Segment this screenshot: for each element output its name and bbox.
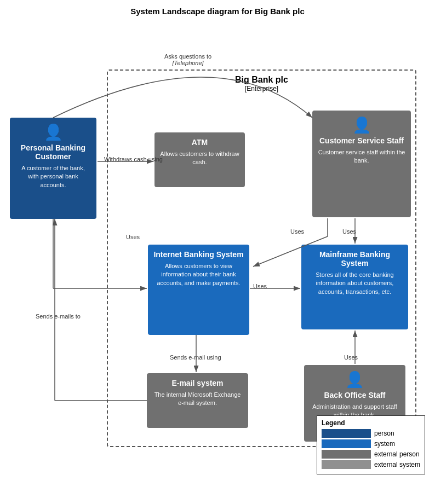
mainframe-banking-node: Mainframe Banking System Stores all of t…	[301, 245, 408, 329]
legend-item-ext-person: external person	[322, 450, 420, 459]
internet-banking-node: Internet Banking System Allows customers…	[148, 245, 249, 335]
asks-questions-label: Asks questions to [Telephone]	[164, 53, 211, 66]
enterprise-label: Big Bank plc [Enterprise]	[235, 75, 288, 92]
legend-swatch-ext-system	[322, 460, 371, 469]
uses-label-2: Uses	[290, 228, 304, 235]
uses-label-1: Uses	[126, 234, 140, 240]
sends-email-using-label: Sends e-mail using	[170, 354, 221, 361]
legend-title: Legend	[322, 419, 420, 427]
personal-banking-customer-desc: A customer of the bank, with personal ba…	[15, 164, 91, 189]
uses-label-4: Uses	[253, 283, 267, 289]
internet-banking-desc: Allows customers to view information abo…	[153, 262, 244, 287]
uses-label-3: Uses	[342, 228, 356, 235]
legend: Legend person system external person ext…	[317, 415, 425, 474]
mainframe-banking-title: Mainframe Banking System	[307, 250, 403, 268]
legend-swatch-person	[322, 429, 371, 438]
customer-service-staff-node: 👤 Customer Service Staff Customer servic…	[312, 111, 411, 217]
bos-person-icon: 👤	[310, 370, 400, 389]
personal-banking-customer-node: 👤 Personal Banking Customer A customer o…	[10, 118, 96, 219]
email-system-desc: The internal Microsoft Exchange e-mail s…	[152, 391, 243, 408]
legend-item-ext-system: external system	[322, 460, 420, 469]
mainframe-banking-desc: Stores all of the core banking informati…	[307, 271, 403, 296]
legend-swatch-ext-person	[322, 450, 371, 459]
email-system-title: E-mail system	[152, 379, 243, 387]
person-icon: 👤	[15, 123, 91, 141]
legend-item-system: system	[322, 439, 420, 448]
atm-title: ATM	[160, 138, 239, 147]
email-system-node: E-mail system The internal Microsoft Exc…	[147, 373, 248, 428]
legend-item-person: person	[322, 429, 420, 438]
customer-service-staff-title: Customer Service Staff	[318, 136, 405, 145]
legend-swatch-system	[322, 439, 371, 448]
atm-desc: Allows customers to withdraw cash.	[160, 150, 239, 167]
back-office-staff-title: Back Office Staff	[310, 391, 400, 399]
sends-emails-label: Sends e-mails to	[36, 313, 81, 320]
atm-node: ATM Allows customers to withdraw cash.	[154, 132, 245, 187]
customer-service-staff-desc: Customer service staff within the bank.	[318, 148, 405, 165]
withdraws-cash-label: Withdraws cash using	[104, 156, 163, 163]
personal-banking-customer-title: Personal Banking Customer	[15, 143, 91, 161]
page-title: System Landscape diagram for Big Bank pl…	[0, 0, 435, 20]
internet-banking-title: Internet Banking System	[153, 250, 244, 259]
uses-label-5: Uses	[344, 354, 358, 361]
css-person-icon: 👤	[318, 116, 405, 134]
diagram-area: Big Bank plc [Enterprise] 👤 Personal Ban…	[0, 20, 435, 491]
